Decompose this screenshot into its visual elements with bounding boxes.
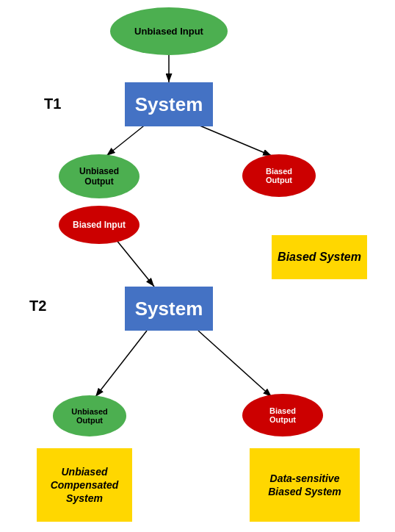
unbiased-input-label: Unbiased Input (134, 26, 203, 37)
unbiased-input-ellipse: Unbiased Input (110, 7, 228, 55)
data-sensitive-label: Data-sensitive Biased System (268, 472, 341, 498)
biased-output-t2-label: Biased Output (269, 406, 296, 424)
system-t1-label: System (135, 93, 203, 116)
biased-output-t1-label: Biased Output (266, 167, 292, 184)
unbiased-output-t2-ellipse: Unbiased Output (53, 395, 126, 436)
svg-line-5 (95, 331, 147, 397)
unbiased-compensated-label: Unbiased Compensated System (51, 465, 119, 506)
biased-system-box: Biased System (272, 235, 367, 279)
biased-input-label: Biased Input (73, 220, 126, 230)
data-sensitive-box: Data-sensitive Biased System (250, 448, 360, 522)
unbiased-output-t1-ellipse: Unbiased Output (59, 154, 139, 198)
unbiased-output-t2-label: Unbiased Output (71, 407, 108, 425)
biased-output-t2-ellipse: Biased Output (242, 394, 323, 436)
t2-label: T2 (29, 298, 46, 314)
system-t2-rect: System (125, 287, 213, 331)
system-t2-label: System (135, 298, 203, 320)
t1-label: T1 (44, 96, 61, 112)
system-t1-rect: System (125, 82, 213, 126)
unbiased-compensated-box: Unbiased Compensated System (37, 448, 132, 522)
diagram: Unbiased Input T1 System Unbiased Output… (0, 0, 395, 532)
unbiased-output-t1-label: Unbiased Output (79, 166, 119, 187)
svg-line-6 (198, 331, 272, 397)
biased-system-label: Biased System (278, 251, 361, 264)
biased-output-t1-ellipse: Biased Output (242, 154, 316, 197)
biased-input-ellipse: Biased Input (59, 206, 139, 244)
svg-line-3 (195, 123, 272, 156)
svg-line-2 (106, 123, 147, 156)
